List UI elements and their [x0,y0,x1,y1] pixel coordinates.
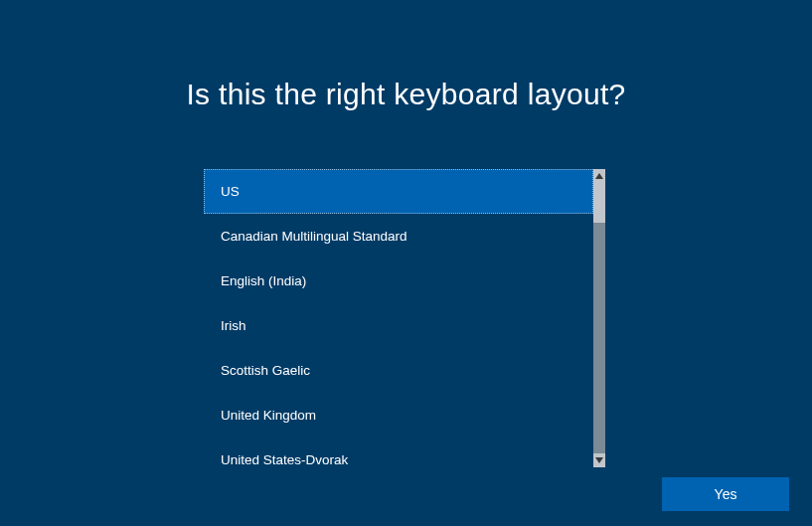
yes-button[interactable]: Yes [662,477,789,511]
scrollbar-down-arrow-icon[interactable] [593,453,605,467]
list-item[interactable]: Irish [204,303,593,348]
list-item[interactable]: Scottish Gaelic [204,348,593,393]
list-item[interactable]: United Kingdom [204,393,593,438]
list-item[interactable]: English (India) [204,259,593,303]
list-item[interactable]: United States-Dvorak [204,438,593,467]
keyboard-layout-list-container: US Canadian Multilingual Standard Englis… [204,169,605,467]
scrollbar-thumb[interactable] [593,183,605,223]
page-title: Is this the right keyboard layout? [0,0,812,111]
list-item[interactable]: Canadian Multilingual Standard [204,214,593,259]
scrollbar[interactable] [593,169,605,467]
list-item[interactable]: US [204,169,593,214]
keyboard-layout-list: US Canadian Multilingual Standard Englis… [204,169,593,467]
scrollbar-up-arrow-icon[interactable] [593,169,605,183]
